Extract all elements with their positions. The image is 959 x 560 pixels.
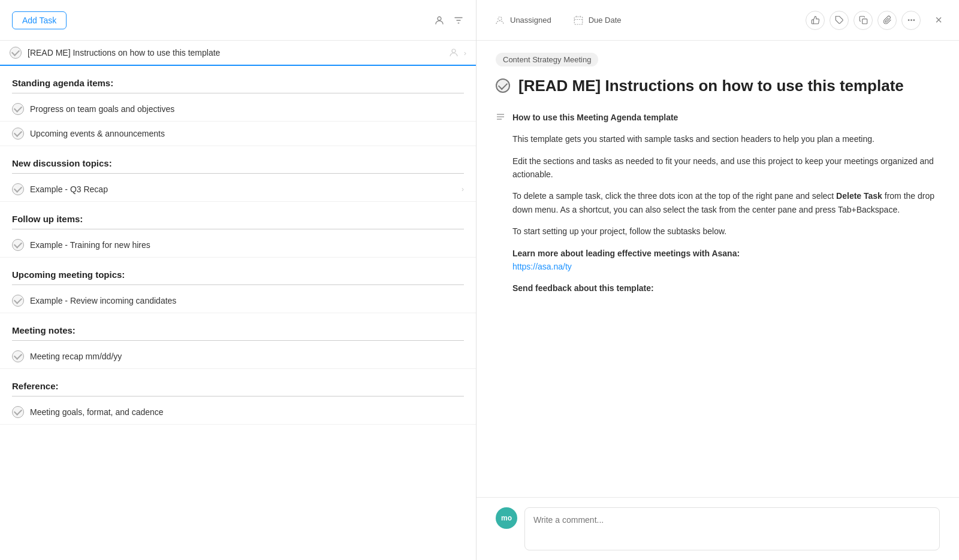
task-text: Upcoming events & announcements — [30, 129, 464, 138]
task-item[interactable]: Upcoming events & announcements — [0, 122, 476, 146]
svg-point-4 — [452, 49, 456, 53]
avatar: mo — [496, 507, 517, 529]
section-title-upcoming-meeting: Upcoming meeting topics: — [12, 270, 464, 285]
right-header: Unassigned Due Date — [477, 0, 959, 41]
comment-input[interactable] — [524, 507, 940, 550]
duedate-label: Due Date — [589, 16, 622, 25]
task-check[interactable] — [12, 128, 24, 140]
section-upcoming-meeting: Upcoming meeting topics: — [0, 258, 476, 289]
desc-para2: Edit the sections and tasks as needed to… — [512, 155, 940, 181]
task-list: Standing agenda items: Progress on team … — [0, 66, 476, 560]
svg-point-13 — [911, 20, 912, 21]
assignee-label: Unassigned — [510, 16, 551, 25]
desc-para1: This template gets you started with samp… — [512, 132, 940, 146]
section-title-meeting-notes: Meeting notes: — [12, 325, 464, 341]
task-check[interactable] — [12, 295, 24, 307]
task-item[interactable]: Meeting goals, format, and cadence — [0, 400, 476, 425]
section-title-reference: Reference: — [12, 381, 464, 396]
desc-feedback: Send feedback about this template: — [512, 281, 940, 295]
section-standing-agenda: Standing agenda items: — [0, 66, 476, 97]
task-check[interactable] — [12, 183, 24, 195]
desc-para3: To delete a sample task, click the three… — [512, 189, 940, 216]
description-area: How to use this Meeting Agenda template … — [496, 111, 940, 295]
task-item[interactable]: Meeting recap mm/dd/yy — [0, 344, 476, 369]
section-meeting-notes: Meeting notes: — [0, 313, 476, 344]
task-item[interactable]: Example - Review incoming candidates — [0, 289, 476, 313]
section-title-follow-up: Follow up items: — [12, 214, 464, 229]
row-arrow-icon[interactable]: › — [464, 49, 466, 57]
tag-icon — [835, 16, 844, 25]
section-title-standing-agenda: Standing agenda items: — [12, 78, 464, 93]
task-text: Example - Q3 Recap — [30, 184, 456, 194]
right-panel: Unassigned Due Date — [477, 0, 959, 560]
task-check[interactable] — [12, 350, 24, 362]
active-task-check[interactable] — [10, 47, 22, 59]
copy-button[interactable] — [854, 11, 873, 30]
task-title-area: [READ ME] Instructions on how to use thi… — [496, 76, 940, 96]
person-assign-icon[interactable] — [448, 47, 459, 58]
section-reference: Reference: — [0, 369, 476, 400]
right-header-meta: Unassigned Due Date — [488, 13, 796, 28]
task-text: Progress on team goals and objectives — [30, 104, 464, 114]
thumbs-up-icon — [811, 16, 820, 25]
active-task-input[interactable] — [28, 48, 442, 57]
svg-point-0 — [438, 17, 441, 20]
desc-heading: How to use this Meeting Agenda template — [512, 113, 678, 122]
right-content: Content Strategy Meeting [READ ME] Instr… — [477, 41, 959, 497]
desc-para4: To start setting up your project, follow… — [512, 225, 940, 238]
assignee-button[interactable]: Unassigned — [488, 13, 557, 28]
calendar-icon — [573, 15, 584, 26]
copy-icon — [859, 16, 868, 25]
task-check[interactable] — [12, 406, 24, 418]
svg-rect-11 — [862, 19, 867, 24]
person-icon[interactable] — [434, 15, 445, 26]
tag-button[interactable] — [830, 11, 849, 30]
task-text: Example - Training for new hires — [30, 240, 464, 250]
section-new-discussion: New discussion topics: — [0, 146, 476, 177]
toolbar: Add Task — [0, 0, 476, 41]
desc-learn: Learn more about leading effective meeti… — [512, 247, 940, 274]
task-title-check[interactable] — [496, 78, 510, 93]
task-text: Meeting recap mm/dd/yy — [30, 352, 464, 361]
filter-icon[interactable] — [453, 15, 464, 26]
close-button[interactable]: × — [930, 11, 947, 29]
breadcrumb[interactable]: Content Strategy Meeting — [496, 53, 598, 66]
add-task-button[interactable]: Add Task — [12, 11, 67, 29]
task-arrow-icon: › — [462, 185, 464, 193]
task-check[interactable] — [12, 239, 24, 251]
toolbar-icons — [434, 15, 464, 26]
svg-point-12 — [908, 20, 909, 21]
task-main-title: [READ ME] Instructions on how to use thi… — [518, 76, 904, 96]
duedate-button[interactable]: Due Date — [567, 13, 628, 28]
section-title-new-discussion: New discussion topics: — [12, 158, 464, 174]
left-panel: Add Task › Standing agenda items: — [0, 0, 477, 560]
paperclip-button[interactable] — [877, 11, 897, 30]
learn-link[interactable]: https://asa.na/ty — [512, 262, 572, 271]
section-follow-up: Follow up items: — [0, 202, 476, 233]
svg-point-5 — [498, 17, 502, 20]
paperclip-icon — [883, 16, 892, 25]
task-item[interactable]: Example - Q3 Recap › — [0, 177, 476, 202]
task-item[interactable]: Progress on team goals and objectives — [0, 97, 476, 122]
more-button[interactable] — [901, 11, 921, 30]
svg-rect-6 — [574, 17, 583, 25]
right-header-actions: × — [806, 11, 947, 30]
person-icon — [494, 15, 505, 26]
task-text: Meeting goals, format, and cadence — [30, 407, 464, 417]
task-item[interactable]: Example - Training for new hires — [0, 233, 476, 258]
active-task-row: › — [0, 41, 476, 66]
task-text: Example - Review incoming candidates — [30, 296, 464, 305]
thumbs-up-button[interactable] — [806, 11, 825, 30]
row-icons: › — [448, 47, 466, 58]
more-icon — [907, 16, 916, 25]
task-check[interactable] — [12, 103, 24, 115]
lines-icon — [496, 112, 505, 295]
description-text: How to use this Meeting Agenda template … — [512, 111, 940, 295]
comment-section: mo — [477, 497, 959, 560]
svg-point-14 — [913, 20, 915, 21]
description-block: How to use this Meeting Agenda template … — [496, 111, 940, 295]
